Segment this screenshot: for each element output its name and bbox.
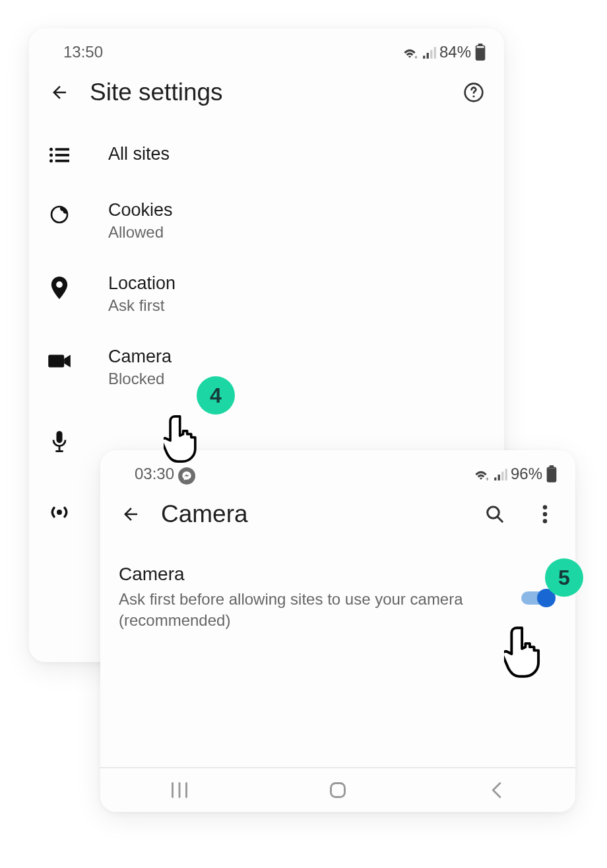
location-icon — [48, 276, 71, 300]
svg-line-33 — [497, 517, 503, 522]
svg-point-12 — [49, 154, 53, 157]
arrow-left-icon — [121, 504, 141, 524]
battery-percent: 84% — [439, 43, 471, 61]
svg-rect-2 — [427, 53, 429, 59]
svg-rect-28 — [505, 469, 507, 481]
wifi-icon: + — [401, 45, 418, 59]
camera-icon — [48, 349, 71, 373]
app-bar: Camera — [100, 488, 575, 545]
help-circle-icon — [463, 82, 484, 103]
back-button[interactable] — [48, 81, 71, 104]
svg-point-34 — [543, 505, 548, 510]
more-vertical-icon — [542, 505, 548, 523]
chevron-left-icon — [490, 781, 503, 799]
svg-rect-27 — [501, 472, 503, 481]
nav-back-button[interactable] — [463, 777, 529, 803]
more-button[interactable] — [533, 502, 557, 526]
toggle-description: Ask first before allowing sites to use y… — [119, 589, 507, 632]
list-icon — [48, 143, 71, 167]
battery-percent: 96% — [511, 465, 542, 483]
item-subtitle: Blocked — [108, 370, 172, 388]
svg-point-10 — [49, 148, 53, 151]
help-button[interactable] — [462, 81, 486, 104]
status-bar: 13:50 + 84% — [29, 28, 504, 67]
svg-point-9 — [472, 95, 474, 97]
pointer-cursor-icon — [164, 413, 206, 467]
svg-point-36 — [543, 519, 548, 523]
item-title: Camera — [108, 347, 172, 367]
status-time: 03:30 — [135, 465, 174, 483]
messenger-notification-icon — [178, 467, 195, 484]
wifi-icon: + — [472, 467, 490, 481]
svg-rect-3 — [430, 50, 432, 59]
svg-rect-4 — [434, 47, 436, 59]
item-title: Cookies — [108, 200, 173, 220]
svg-rect-7 — [476, 48, 485, 60]
item-subtitle: Allowed — [108, 223, 173, 242]
item-title: All sites — [108, 144, 170, 164]
svg-rect-1 — [423, 55, 425, 58]
app-bar: Site settings — [29, 67, 504, 123]
svg-point-14 — [49, 159, 53, 162]
svg-rect-19 — [48, 354, 64, 367]
mic-icon — [48, 430, 71, 454]
motion-sensors-icon — [48, 500, 71, 524]
toggle-title: Camera — [119, 564, 507, 585]
signal-icon — [494, 468, 508, 481]
svg-rect-11 — [55, 148, 69, 150]
nav-recents-button[interactable] — [146, 777, 212, 803]
settings-item-cookies[interactable]: Cookies Allowed — [29, 184, 504, 257]
search-icon — [485, 504, 505, 524]
pointer-cursor-icon — [504, 624, 550, 683]
step-badge-4: 4 — [197, 376, 235, 415]
nav-home-button[interactable] — [305, 777, 371, 803]
page-title: Camera — [161, 500, 464, 528]
item-subtitle: Ask first — [108, 296, 176, 315]
svg-point-35 — [543, 512, 548, 517]
status-icons: + 84% — [401, 43, 486, 61]
step-badge-5: 5 — [545, 558, 583, 597]
svg-rect-40 — [331, 784, 345, 797]
svg-rect-31 — [548, 468, 556, 482]
settings-item-camera[interactable]: Camera Blocked — [29, 331, 504, 404]
android-navigation-bar — [100, 767, 575, 812]
svg-point-23 — [57, 510, 62, 515]
back-button[interactable] — [119, 502, 143, 526]
svg-rect-26 — [498, 475, 500, 481]
item-title: Location — [108, 273, 176, 294]
svg-text:+: + — [485, 475, 489, 481]
svg-rect-20 — [56, 431, 62, 443]
settings-item-all-sites[interactable]: All sites — [29, 123, 504, 184]
battery-icon — [475, 44, 486, 61]
svg-rect-25 — [494, 477, 496, 480]
svg-point-17 — [56, 216, 59, 218]
arrow-left-icon — [49, 83, 69, 102]
svg-rect-13 — [55, 154, 69, 156]
svg-text:+: + — [414, 53, 418, 59]
search-button[interactable] — [483, 502, 507, 526]
battery-icon — [546, 465, 557, 483]
cookie-icon — [48, 203, 71, 226]
svg-point-16 — [55, 211, 57, 214]
settings-item-location[interactable]: Location Ask first — [29, 257, 504, 331]
svg-rect-15 — [55, 160, 69, 162]
home-icon — [329, 781, 347, 799]
signal-icon — [422, 46, 437, 59]
recents-icon — [170, 782, 189, 799]
status-icons: + 96% — [472, 465, 557, 483]
svg-point-18 — [61, 215, 63, 218]
page-title: Site settings — [90, 79, 443, 106]
status-time: 13:50 — [63, 43, 103, 61]
